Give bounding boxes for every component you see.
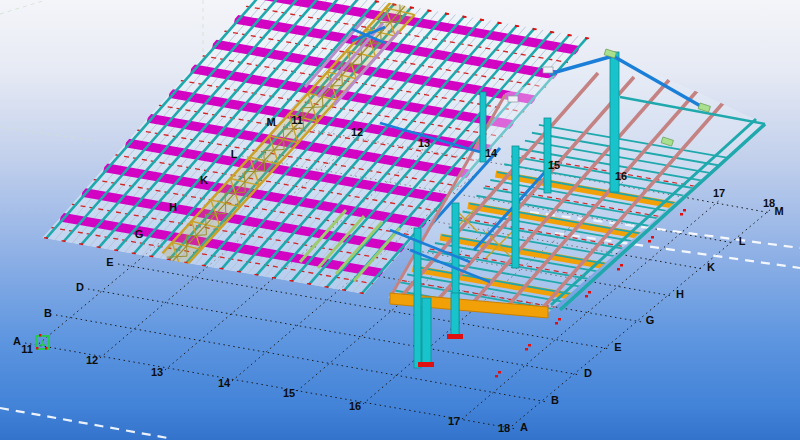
grid-label: 17 (713, 187, 725, 199)
steel-column (451, 293, 459, 338)
steel-column (414, 228, 421, 368)
grid-label: A (13, 335, 21, 347)
grid-label: 15 (548, 159, 560, 171)
grid-label: 17 (448, 415, 460, 427)
model-view-3d[interactable]: 11111212131314141515161617171818AABBDDEE… (0, 0, 800, 440)
connection-detail (508, 96, 518, 102)
connection-detail (543, 67, 553, 73)
grid-label: 11 (291, 114, 303, 126)
grid-label: E (106, 256, 113, 268)
grid-label: 13 (151, 366, 163, 378)
grid-label: M (266, 116, 275, 128)
grid-label: 14 (218, 377, 231, 389)
grid-label: 11 (21, 343, 33, 355)
grid-label: G (135, 228, 144, 240)
grid-label: 12 (86, 354, 98, 366)
grid-label: 13 (418, 137, 430, 149)
grid-label: D (584, 367, 592, 379)
grid-label: H (676, 288, 684, 300)
steel-column (422, 298, 431, 366)
grid-label: L (739, 235, 746, 247)
cad-viewport[interactable]: 11111212131314141515161617171818AABBDDEE… (0, 0, 800, 440)
grid-label: 16 (615, 170, 627, 182)
grid-label: B (551, 394, 559, 406)
grid-label: D (76, 281, 84, 293)
grid-label: 14 (485, 147, 498, 159)
grid-label: G (646, 314, 655, 326)
grid-label: H (169, 201, 177, 213)
grid-label: K (707, 261, 715, 273)
grid-label: A (520, 421, 528, 433)
grid-label: 16 (349, 400, 361, 412)
grid-label: E (614, 341, 621, 353)
steel-column (544, 118, 551, 193)
grid-label: 12 (351, 126, 363, 138)
grid-label: 18 (763, 197, 775, 209)
grid-label: K (200, 174, 208, 186)
grid-label: 18 (498, 422, 510, 434)
grid-label: 15 (283, 387, 295, 399)
grid-label: M (774, 205, 783, 217)
grid-label: B (44, 307, 52, 319)
steel-column (512, 146, 519, 268)
grid-label: L (231, 148, 238, 160)
